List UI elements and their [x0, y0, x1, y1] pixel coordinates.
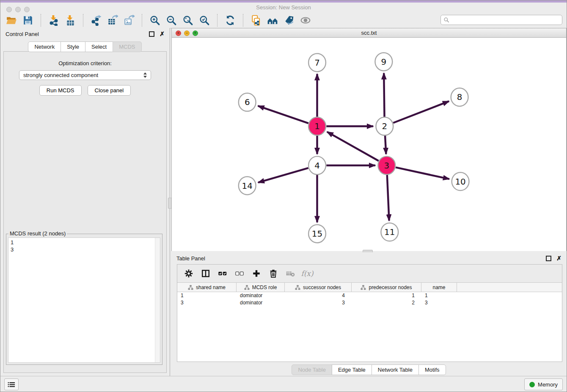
criterion-select[interactable]: strongly connected component: [19, 70, 151, 80]
add-column-icon[interactable]: [250, 267, 263, 280]
delete-table-icon: [284, 267, 297, 280]
zoom-out-icon[interactable]: [165, 14, 178, 27]
node-8[interactable]: 8: [451, 88, 468, 106]
show-hide-eye-icon[interactable]: [299, 14, 312, 27]
open-file-icon[interactable]: [5, 14, 18, 27]
table-toolbar: f(x): [177, 265, 562, 282]
home-icon[interactable]: [266, 14, 279, 27]
node-14[interactable]: 14: [239, 177, 256, 195]
network-window-titlebar[interactable]: × − + scc.txt: [171, 28, 567, 38]
network-window-title: scc.txt: [361, 30, 377, 36]
edge-4-to-14[interactable]: [258, 168, 308, 182]
close-window-button[interactable]: [6, 7, 12, 12]
run-mcds-button[interactable]: Run MCDS: [39, 85, 82, 96]
result-line: 3: [8, 246, 160, 253]
node-6[interactable]: 6: [239, 93, 256, 111]
node-2[interactable]: 2: [376, 117, 393, 135]
node-15[interactable]: 15: [308, 225, 326, 243]
zoom-fit-icon[interactable]: [181, 14, 195, 27]
delete-column-trash-icon[interactable]: [267, 267, 280, 280]
export-table-icon[interactable]: [106, 14, 119, 27]
mcds-result-title: MCDS result (2 nodes): [8, 230, 67, 237]
export-image-icon[interactable]: [122, 14, 136, 27]
search-input[interactable]: [451, 17, 559, 24]
refresh-view-icon[interactable]: [223, 14, 237, 27]
column-header-mcds-role[interactable]: MCDS role: [237, 283, 285, 292]
column-header-successor-nodes[interactable]: successor nodes: [285, 283, 352, 292]
network-maximize-button[interactable]: +: [193, 30, 198, 36]
optimization-criterion-label: Optimization criterion:: [4, 60, 166, 66]
cell-shared-name: 1: [177, 292, 237, 299]
mcds-result-textarea[interactable]: 13: [8, 237, 160, 363]
edge-2-to-3[interactable]: [385, 135, 386, 154]
column-header-predecessor-nodes[interactable]: predecessor nodes: [352, 283, 421, 292]
node-label: 11: [384, 227, 395, 237]
task-history-button[interactable]: [4, 378, 19, 390]
node-label: 10: [455, 177, 465, 187]
node-3[interactable]: 3: [378, 156, 395, 174]
node-label: 15: [312, 229, 322, 239]
node-4[interactable]: 4: [308, 156, 326, 174]
edge-3-to-1[interactable]: [327, 132, 379, 161]
cell-mcds-role: dominator: [237, 299, 285, 306]
export-network-icon[interactable]: [89, 14, 103, 27]
node-7[interactable]: 7: [308, 53, 326, 72]
tab-node-table[interactable]: Node Table: [292, 364, 332, 375]
edge-1-to-6[interactable]: [258, 106, 308, 123]
search-box[interactable]: [440, 15, 562, 25]
deselect-all-checkboxes-icon[interactable]: [233, 267, 246, 280]
tab-network[interactable]: Network: [28, 41, 61, 52]
edge-3-to-11[interactable]: [387, 175, 389, 221]
control-panel: Control Panel ✗ NetworkStyleSelectMCDS O…: [0, 28, 170, 376]
annotations-icon[interactable]: [282, 14, 296, 27]
tab-network-table[interactable]: Network Table: [372, 364, 419, 375]
table-row[interactable]: 1dominator411: [177, 292, 562, 299]
duplicate-network-icon[interactable]: [249, 14, 263, 27]
tab-edge-table[interactable]: Edge Table: [332, 364, 372, 375]
float-table-panel-icon[interactable]: [546, 256, 551, 261]
network-minimize-button[interactable]: −: [184, 30, 190, 36]
node-label: 9: [381, 57, 387, 67]
memory-button[interactable]: Memory: [524, 378, 563, 390]
network-canvas[interactable]: 7968124314101511: [171, 38, 567, 251]
mcds-panel: Optimization criterion: strongly connect…: [3, 51, 167, 373]
window-title: Session: New Session: [256, 4, 311, 11]
network-close-button[interactable]: ×: [176, 30, 181, 36]
zoom-window-button[interactable]: [24, 7, 30, 12]
edge-3-to-10[interactable]: [396, 167, 449, 179]
result-scrollbar[interactable]: [155, 238, 160, 362]
edge-2-to-8[interactable]: [393, 101, 449, 123]
node-1[interactable]: 1: [308, 117, 326, 135]
close-panel-button[interactable]: Close panel: [88, 85, 131, 96]
table-settings-gear-icon[interactable]: [182, 267, 195, 280]
edge-2-to-9[interactable]: [384, 73, 384, 117]
column-header-shared-name[interactable]: shared name: [177, 283, 237, 292]
import-network-icon[interactable]: [47, 14, 61, 27]
import-table-icon[interactable]: [63, 14, 77, 27]
toggle-column-icon[interactable]: [199, 267, 212, 280]
network-graph[interactable]: 7968124314101511: [172, 38, 566, 251]
cell-name: 1: [421, 292, 457, 299]
node-10[interactable]: 10: [452, 172, 469, 190]
function-builder-icon: f(x): [301, 267, 314, 280]
tab-mcds[interactable]: MCDS: [113, 41, 141, 52]
cell-name: 3: [421, 299, 457, 306]
save-session-icon[interactable]: [21, 14, 35, 27]
tab-select[interactable]: Select: [85, 41, 113, 52]
tab-style[interactable]: Style: [61, 41, 85, 52]
node-11[interactable]: 11: [381, 223, 398, 241]
zoom-in-icon[interactable]: [148, 14, 162, 27]
column-header-name[interactable]: name: [421, 283, 457, 292]
select-all-checkboxes-icon[interactable]: [216, 267, 229, 280]
float-panel-icon[interactable]: [149, 31, 154, 37]
column-sort-icon: [188, 285, 193, 290]
close-table-panel-icon[interactable]: ✗: [556, 255, 561, 261]
tab-motifs[interactable]: Motifs: [418, 364, 446, 375]
zoom-selected-icon[interactable]: [198, 14, 211, 27]
close-panel-icon[interactable]: ✗: [160, 31, 165, 37]
table-row[interactable]: 3dominator323: [177, 299, 562, 306]
table-panel-title: Table Panel: [176, 255, 546, 262]
minimize-window-button[interactable]: [15, 7, 21, 12]
status-bar: Memory: [0, 376, 567, 392]
node-9[interactable]: 9: [375, 52, 392, 71]
